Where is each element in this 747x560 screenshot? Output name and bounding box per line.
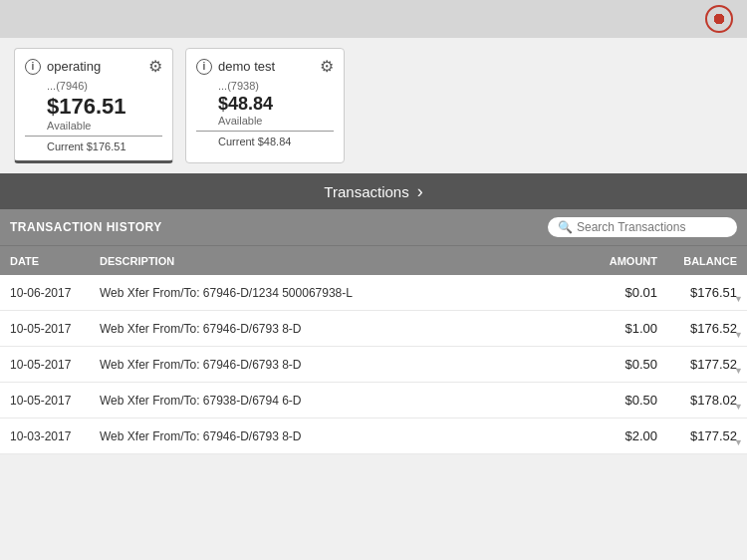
gear-icon-operating[interactable]: ⚙: [148, 57, 162, 76]
txn-amount: $1.00: [578, 321, 657, 336]
column-headers: DATE DESCRIPTION AMOUNT BALANCE: [0, 245, 747, 275]
info-icon-demo[interactable]: i: [196, 59, 212, 75]
txn-date: 10-05-2017: [10, 322, 100, 336]
transactions-bar-label: Transactions: [324, 183, 408, 200]
txn-balance: $178.02: [657, 393, 737, 408]
table-row[interactable]: 10-06-2017 Web Xfer From/To: 67946-D/123…: [0, 275, 747, 311]
col-header-amount: AMOUNT: [578, 255, 657, 267]
txn-date: 10-05-2017: [10, 358, 100, 372]
txn-description: Web Xfer From/To: 67938-D/6794 6-D: [100, 394, 578, 408]
txn-description: Web Xfer From/To: 67946-D/1234 500067938…: [100, 286, 578, 300]
account-num-operating: ...(7946): [47, 80, 162, 92]
txn-balance: $177.52: [657, 357, 737, 372]
account-available-demo: Available: [218, 115, 334, 127]
accounts-area: i operating ⚙ ...(7946) $176.51 Availabl…: [0, 38, 747, 173]
history-header: TRANSACTION HISTORY 🔍: [0, 209, 747, 245]
gear-icon-demo[interactable]: ⚙: [320, 57, 334, 76]
txn-balance: $176.51: [657, 285, 737, 300]
txn-description: Web Xfer From/To: 67946-D/6793 8-D: [100, 358, 578, 372]
search-input[interactable]: [577, 220, 727, 234]
txn-amount: $2.00: [578, 428, 657, 443]
table-row[interactable]: 10-03-2017 Web Xfer From/To: 67946-D/679…: [0, 419, 747, 454]
txn-date: 10-06-2017: [10, 286, 100, 300]
txn-balance: $176.52: [657, 321, 737, 336]
power-icon[interactable]: ⏺: [705, 5, 733, 33]
txn-amount: $0.50: [578, 357, 657, 372]
search-box[interactable]: 🔍: [548, 217, 737, 237]
transactions-bar[interactable]: Transactions ›: [0, 173, 747, 209]
account-name-demo: demo test: [218, 59, 275, 74]
info-icon-operating[interactable]: i: [25, 59, 41, 75]
top-bar: ⏺: [0, 0, 747, 38]
chevron-down-icon: ▼: [734, 366, 743, 376]
col-header-balance: BALANCE: [657, 255, 737, 267]
account-balance-operating: $176.51: [47, 94, 162, 120]
col-header-date: DATE: [10, 255, 100, 267]
account-name-operating: operating: [47, 59, 101, 74]
chevron-down-icon: ▼: [734, 402, 743, 412]
account-num-demo: ...(7938): [218, 80, 334, 92]
txn-amount: $0.01: [578, 285, 657, 300]
account-balance-demo: $48.84: [218, 94, 334, 115]
txn-date: 10-05-2017: [10, 394, 100, 408]
col-header-description: DESCRIPTION: [100, 255, 578, 267]
txn-description: Web Xfer From/To: 67946-D/6793 8-D: [100, 322, 578, 336]
chevron-right-icon: ›: [417, 181, 423, 202]
chevron-down-icon: ▼: [734, 437, 743, 447]
account-card-demo[interactable]: i demo test ⚙ ...(7938) $48.84 Available…: [185, 48, 345, 163]
table-row[interactable]: 10-05-2017 Web Xfer From/To: 67946-D/679…: [0, 347, 747, 383]
table-row[interactable]: 10-05-2017 Web Xfer From/To: 67938-D/679…: [0, 383, 747, 419]
account-current-operating: Current $176.51: [47, 140, 162, 152]
table-row[interactable]: 10-05-2017 Web Xfer From/To: 67946-D/679…: [0, 311, 747, 347]
chevron-down-icon: ▼: [734, 330, 743, 340]
account-current-demo: Current $48.84: [218, 136, 334, 147]
txn-description: Web Xfer From/To: 67946-D/6793 8-D: [100, 429, 578, 443]
chevron-down-icon: ▼: [734, 294, 743, 304]
history-title: TRANSACTION HISTORY: [10, 220, 162, 234]
transactions-list: 10-06-2017 Web Xfer From/To: 67946-D/123…: [0, 275, 747, 454]
txn-date: 10-03-2017: [10, 429, 100, 443]
txn-balance: $177.52: [657, 428, 737, 443]
txn-amount: $0.50: [578, 393, 657, 408]
account-card-operating[interactable]: i operating ⚙ ...(7946) $176.51 Availabl…: [14, 48, 173, 163]
search-icon: 🔍: [558, 220, 573, 234]
account-available-operating: Available: [47, 120, 162, 132]
